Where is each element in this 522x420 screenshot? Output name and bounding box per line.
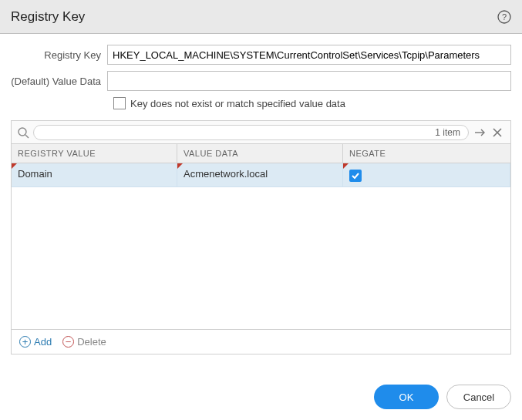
key-not-exist-label: Key does not exist or match specified va…: [130, 98, 345, 109]
arrow-right-icon[interactable]: [472, 124, 489, 141]
cancel-button[interactable]: Cancel: [446, 385, 511, 409]
search-icon[interactable]: [16, 126, 30, 139]
col-header-registry-value[interactable]: REGISTRY VALUE: [12, 144, 177, 163]
registry-key-input[interactable]: [107, 45, 511, 65]
delete-label: Delete: [77, 336, 106, 348]
add-button[interactable]: + Add: [19, 336, 52, 348]
col-header-value-data[interactable]: VALUE DATA: [177, 144, 343, 163]
ok-button[interactable]: OK: [374, 385, 439, 409]
registry-key-label: Registry Key: [11, 49, 107, 61]
svg-point-2: [19, 128, 26, 136]
minus-icon: −: [62, 336, 74, 348]
default-value-data-input[interactable]: [107, 71, 511, 91]
dialog-title: Registry Key: [11, 9, 85, 25]
svg-line-3: [25, 135, 29, 138]
plus-icon: +: [19, 336, 31, 348]
delete-button[interactable]: − Delete: [62, 336, 106, 348]
key-not-exist-checkbox[interactable]: [113, 97, 126, 109]
negate-checkbox[interactable]: [349, 170, 362, 182]
add-label: Add: [34, 336, 52, 348]
cell-registry-value[interactable]: Domain: [12, 163, 177, 186]
item-count: 1 item: [435, 127, 460, 138]
cell-negate[interactable]: [343, 163, 510, 186]
svg-text:?: ?: [502, 12, 507, 22]
default-value-data-label: (Default) Value Data: [11, 76, 107, 87]
table-row[interactable]: Domain Acmenetwork.local: [12, 163, 510, 187]
cell-value-data[interactable]: Acmenetwork.local: [177, 163, 343, 186]
close-icon[interactable]: [489, 124, 506, 141]
help-icon[interactable]: ?: [497, 10, 511, 24]
filter-pill[interactable]: 1 item: [33, 125, 469, 140]
col-header-negate[interactable]: NEGATE: [343, 144, 510, 163]
